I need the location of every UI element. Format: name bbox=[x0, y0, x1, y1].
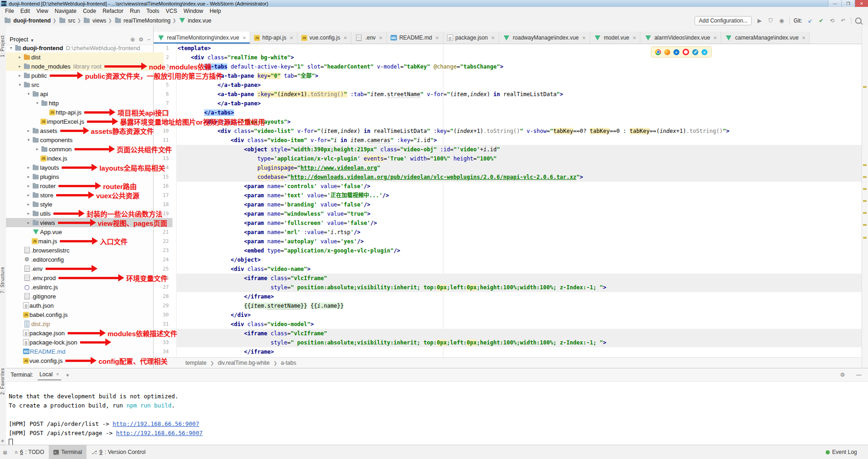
fold-gutter[interactable] bbox=[169, 53, 177, 62]
editor-tab[interactable]: JSvue.config.js✕ bbox=[298, 32, 351, 44]
git-update-icon[interactable]: ↙ bbox=[806, 17, 814, 24]
chevron-down-icon[interactable]: ▾ bbox=[34, 101, 40, 105]
code-line[interactable]: 14 pluginspage="http://www.videolan.org" bbox=[153, 163, 862, 172]
fold-gutter[interactable] bbox=[169, 320, 177, 329]
menu-view[interactable]: View bbox=[33, 8, 52, 14]
code-line[interactable]: 28 </iframe> bbox=[153, 292, 862, 301]
code-line[interactable]: 15 codebase="http://downloads.videolan.o… bbox=[153, 172, 862, 182]
code-line[interactable]: 30 </div> bbox=[153, 310, 862, 320]
menu-help[interactable]: Help bbox=[207, 8, 224, 14]
fold-gutter[interactable] bbox=[169, 347, 177, 356]
fold-gutter[interactable] bbox=[169, 301, 177, 310]
code-line[interactable]: 19 <param name="windowless" value="true"… bbox=[153, 209, 862, 218]
menu-vcs[interactable]: VCS bbox=[162, 8, 180, 14]
chevron-down-icon[interactable]: ▾ bbox=[25, 138, 32, 142]
breadcrumb-item[interactable]: div.realTime.bg-white bbox=[218, 360, 270, 366]
statusbar-item-versioncontrol[interactable]: ⎇9: Version Control bbox=[86, 445, 150, 459]
project-panel-header[interactable]: Project ▼ ⊕⚙− bbox=[6, 26, 153, 45]
editor-tab[interactable]: JShttp-api.js✕ bbox=[250, 32, 297, 44]
tab-close-icon[interactable]: ✕ bbox=[242, 35, 246, 40]
stripe-mark[interactable] bbox=[863, 86, 867, 88]
edge-icon[interactable]: e bbox=[673, 49, 679, 55]
close-button[interactable]: ✕ bbox=[855, 0, 868, 7]
code-line[interactable]: 3 <a-tabs default-active-key="1" slot="h… bbox=[153, 62, 862, 71]
breadcrumb-item[interactable]: index.vue bbox=[178, 17, 211, 24]
tab-close-icon[interactable]: ✕ bbox=[343, 35, 347, 40]
tree-item[interactable]: App.vue bbox=[6, 227, 172, 236]
tab-close-icon[interactable]: ✕ bbox=[379, 35, 383, 40]
tree-item[interactable]: .env.prod环境变量文件 bbox=[6, 273, 164, 282]
tree-item[interactable]: {}package-lock.json bbox=[6, 338, 164, 347]
code-line[interactable]: 24 </object> bbox=[153, 255, 862, 264]
breadcrumb-item[interactable]: realTimeMonitoring bbox=[114, 17, 171, 24]
statusbar-item-todo[interactable]: ≡6: TODO bbox=[10, 445, 49, 459]
tree-item[interactable]: ▾api bbox=[6, 89, 172, 98]
tree-item[interactable]: ▸dist bbox=[6, 52, 164, 62]
tab-close-icon[interactable]: ✕ bbox=[289, 35, 293, 40]
code-editor[interactable]: 1<template>2 <div class="realTime bg-whi… bbox=[153, 44, 862, 358]
tool-window-switcher-icon[interactable]: ▦ bbox=[0, 450, 10, 455]
editor-tab[interactable]: {}package.json✕ bbox=[443, 32, 499, 44]
fold-gutter[interactable] bbox=[169, 246, 177, 255]
stripe-mark[interactable] bbox=[863, 212, 867, 214]
menu-file[interactable]: File bbox=[2, 8, 17, 14]
code-line[interactable]: 22 <param name='autoplay' value='yes'/> bbox=[153, 237, 862, 246]
terminal-link[interactable]: http://192.168.66.56:9007 bbox=[113, 419, 199, 429]
gear-icon[interactable]: ⚙ bbox=[138, 36, 144, 43]
code-line[interactable]: 10 <div class="video-list" v-for="(item,… bbox=[153, 126, 862, 136]
editor-tab[interactable]: roadwayManage\index.vue✕ bbox=[499, 32, 590, 44]
breadcrumb-item[interactable]: src bbox=[58, 17, 75, 24]
tree-item[interactable]: {}package.jsonmodules依赖描述文件 bbox=[6, 328, 164, 338]
terminal-tab-local[interactable]: Local ✕ bbox=[38, 369, 61, 380]
chevron-right-icon[interactable]: ▸ bbox=[25, 128, 32, 133]
fold-gutter[interactable] bbox=[169, 274, 177, 283]
tab-close-icon[interactable]: ✕ bbox=[802, 35, 805, 40]
git-commit-icon[interactable]: ✔ bbox=[817, 17, 825, 24]
editor-tab[interactable]: MDREADME.md✕ bbox=[387, 32, 443, 44]
chevron-right-icon[interactable]: ▸ bbox=[17, 64, 23, 69]
editor-tab[interactable]: cameraManage\index.vue✕ bbox=[721, 32, 810, 44]
tab-close-icon[interactable]: ✕ bbox=[713, 35, 717, 40]
code-line[interactable]: 8 </a-tabs> bbox=[153, 108, 862, 117]
menu-tools[interactable]: Tools bbox=[143, 8, 162, 14]
code-line[interactable]: 23 <embed type="application/x-google-vlc… bbox=[153, 246, 862, 255]
minimize-button[interactable]: — bbox=[828, 0, 841, 7]
history-icon[interactable]: ⟲ bbox=[828, 17, 836, 24]
chevron-down-icon[interactable]: ▾ bbox=[25, 92, 32, 96]
tree-item[interactable]: ▸utils封装的一些公共函数方法 bbox=[6, 209, 172, 218]
editor-tab[interactable]: alarmVideos\index.vue✕ bbox=[640, 32, 721, 44]
code-line[interactable]: 32 <iframe class="vlcIframe" bbox=[153, 329, 862, 338]
tree-item[interactable]: .env bbox=[6, 264, 164, 273]
code-line[interactable]: 4 <a-tab-pane key="0" tab="全部"> bbox=[153, 71, 862, 80]
new-terminal-button[interactable]: + bbox=[66, 372, 69, 379]
chevron-down-icon[interactable]: ▼ bbox=[30, 38, 34, 43]
chevron-right-icon[interactable]: ▸ bbox=[25, 202, 32, 207]
tree-item[interactable]: ◯.eslintrc.js bbox=[6, 282, 164, 292]
breadcrumb-item[interactable]: duoji-frontend bbox=[4, 17, 51, 24]
fold-gutter[interactable] bbox=[169, 80, 177, 90]
code-line[interactable]: 34 </iframe> bbox=[153, 347, 862, 356]
run-icon[interactable]: ▶ bbox=[755, 17, 764, 24]
statusbar-item-terminal[interactable]: >_Terminal bbox=[49, 445, 86, 459]
code-line[interactable]: 2 <div class="realTime bg-white"> bbox=[153, 53, 862, 62]
error-stripe-scrollbar[interactable] bbox=[862, 26, 868, 368]
search-everywhere-icon[interactable] bbox=[855, 17, 862, 24]
chevron-down-icon[interactable]: ▾ bbox=[8, 46, 14, 50]
sidebar-item-structure[interactable]: 7: Structure bbox=[0, 267, 6, 293]
menu-refactor[interactable]: Refactor bbox=[99, 8, 126, 14]
safari-icon[interactable] bbox=[692, 49, 698, 55]
tree-item[interactable]: ▸common页面公共组件文件 bbox=[6, 144, 181, 154]
breadcrumb-item[interactable]: template bbox=[185, 360, 207, 366]
stripe-mark[interactable] bbox=[863, 224, 867, 226]
tree-item[interactable]: JSvue.config.jsconfig配置、代理相关 bbox=[6, 356, 164, 365]
tree-item[interactable]: JShttp-api.js项目相关api接口 bbox=[6, 108, 190, 117]
tab-close-icon[interactable]: ✕ bbox=[582, 35, 586, 40]
ie-icon[interactable]: e bbox=[701, 49, 707, 55]
chevron-right-icon[interactable]: ▸ bbox=[34, 147, 40, 151]
code-line[interactable]: 18 <param name='branding' value='false'/… bbox=[153, 200, 862, 209]
editor-tab[interactable]: .env✕ bbox=[351, 32, 387, 44]
terminal-output[interactable]: Note that the development build is not o… bbox=[6, 382, 868, 447]
stripe-mark[interactable] bbox=[863, 200, 867, 202]
stripe-mark[interactable] bbox=[863, 164, 867, 166]
profiler-icon[interactable]: ◉ bbox=[777, 17, 786, 24]
